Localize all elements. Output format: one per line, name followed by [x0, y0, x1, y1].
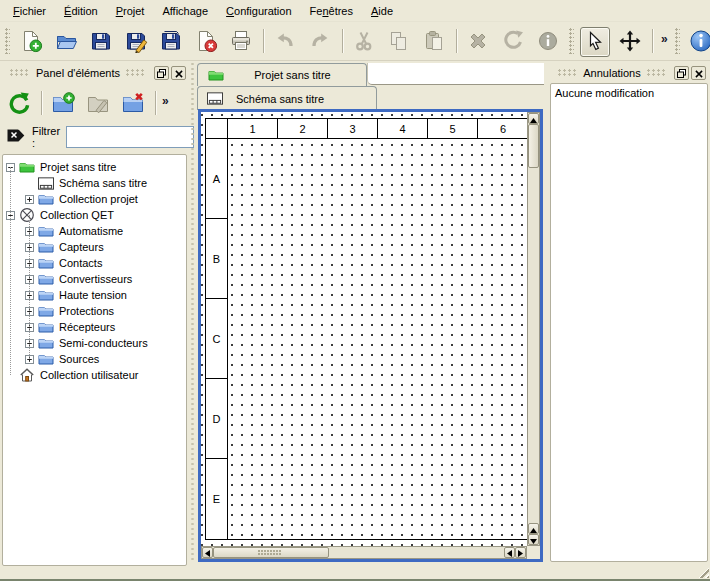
close-document-icon	[194, 29, 218, 56]
vertical-scrollbar[interactable]	[527, 112, 540, 546]
save-as-button[interactable]	[121, 27, 151, 57]
menu-fichier[interactable]: Fichier	[4, 1, 55, 21]
tree-item-automatisme[interactable]: Automatisme	[3, 223, 186, 239]
folder-icon	[38, 255, 54, 271]
reload-collections-button[interactable]	[4, 89, 34, 119]
move-arrows-icon	[618, 29, 642, 56]
tree-item-contacts[interactable]: Contacts	[3, 255, 186, 271]
paste-button[interactable]	[419, 27, 449, 57]
arrow-left-icon	[507, 545, 512, 560]
toolbar-handle[interactable]	[675, 28, 680, 54]
scroll-left-button[interactable]	[504, 547, 515, 558]
undo-history-list[interactable]: Aucune modification	[550, 83, 708, 562]
tree-item-label: Projet sans titre	[40, 161, 116, 173]
cut-button[interactable]	[349, 27, 379, 57]
horizontal-scrollbar[interactable]	[201, 546, 527, 559]
close-panel-button[interactable]	[171, 66, 186, 80]
folder-delete-icon	[121, 91, 145, 118]
panel-overflow-button[interactable]: »	[162, 95, 169, 107]
delete-button[interactable]	[463, 27, 493, 57]
tree-item-label: Collection QET	[40, 209, 114, 221]
scroll-right-button[interactable]	[515, 547, 526, 558]
tree-item-semi-conducteurs[interactable]: Semi-conducteurs	[3, 335, 186, 351]
elements-panel-titlebar: Panel d'éléments	[0, 62, 190, 84]
row-header-C: C	[206, 299, 228, 379]
new-project-button[interactable]	[16, 27, 46, 57]
clear-filter-button[interactable]	[6, 130, 26, 145]
tree-item-projet-sans-titre[interactable]: Projet sans titre	[3, 159, 186, 175]
rotate-button[interactable]	[498, 27, 528, 57]
schema-canvas[interactable]: 123456 ABCDE	[201, 112, 527, 546]
vertical-scrollbar-thumb[interactable]	[528, 124, 539, 168]
folder-icon	[38, 303, 54, 319]
open-button[interactable]	[51, 27, 81, 57]
toolbar-handle[interactable]	[569, 28, 574, 54]
tree-item-haute-tension[interactable]: Haute tension	[3, 287, 186, 303]
save-all-button[interactable]	[156, 27, 186, 57]
schema-icon	[207, 91, 223, 107]
menu-edition[interactable]: Édition	[55, 1, 107, 21]
tree-item-schema-sans-titre[interactable]: Schéma sans titre	[3, 175, 186, 191]
tab-schema-sans-titre[interactable]: Schéma sans titre	[197, 86, 377, 110]
tab-projet-sans-titre[interactable]: Projet sans titre	[197, 63, 367, 86]
undo-button[interactable]	[270, 27, 300, 57]
menu-affichage[interactable]: Affichage	[153, 1, 217, 21]
about-button[interactable]	[686, 27, 710, 57]
horizontal-scrollbar-thumb[interactable]	[213, 547, 329, 558]
undo-panel: Annulations Aucune modification	[548, 62, 710, 562]
tree-item-recepteurs[interactable]: Récepteurs	[3, 319, 186, 335]
redo-button[interactable]	[305, 27, 335, 57]
delete-category-button[interactable]	[118, 89, 148, 119]
dock-handle[interactable]	[126, 69, 146, 77]
scroll-left-button[interactable]	[202, 547, 213, 558]
copy-button[interactable]	[384, 27, 414, 57]
dock-handle[interactable]	[10, 69, 30, 77]
tree-item-convertisseurs[interactable]: Convertisseurs	[3, 271, 186, 287]
scroll-up-button[interactable]	[528, 113, 539, 124]
menu-fenetres[interactable]: Fenêtres	[301, 1, 362, 21]
print-button[interactable]	[226, 27, 256, 57]
save-icon	[89, 29, 113, 56]
tree-guide-line	[10, 167, 11, 375]
home-icon	[19, 367, 35, 383]
print-icon	[229, 29, 253, 56]
save-button[interactable]	[86, 27, 116, 57]
menu-configuration[interactable]: Configuration	[217, 1, 300, 21]
elements-panel: Panel d'éléments » Filtrer : Projet sans…	[0, 62, 190, 562]
close-panel-button[interactable]	[691, 66, 706, 80]
toolbar-separator	[263, 29, 264, 53]
filter-input[interactable]	[66, 126, 194, 148]
project-area: Projet sans titre Schéma sans titre 1234…	[195, 62, 545, 562]
tree-item-sources[interactable]: Sources	[3, 351, 186, 367]
tree-item-collection-utilisateur[interactable]: Collection utilisateur	[3, 367, 186, 383]
float-panel-button[interactable]	[674, 66, 689, 80]
tree-item-capteurs[interactable]: Capteurs	[3, 239, 186, 255]
pan-mode-button[interactable]	[615, 27, 645, 57]
project-folder-icon	[19, 159, 35, 175]
menu-aide[interactable]: Aide	[362, 1, 402, 21]
dock-handle[interactable]	[558, 69, 577, 77]
schema-view: 123456 ABCDE	[198, 109, 543, 562]
tree-item-collection-projet[interactable]: Collection projet	[3, 191, 186, 207]
float-panel-button[interactable]	[154, 66, 169, 80]
paste-icon	[422, 29, 446, 56]
schema-tab-bar: Schéma sans titre	[195, 86, 545, 110]
tree-item-protections[interactable]: Protections	[3, 303, 186, 319]
properties-button[interactable]	[533, 27, 563, 57]
toolbar-overflow-button[interactable]: »	[661, 33, 668, 45]
toolbar-handle[interactable]	[5, 28, 10, 54]
selection-mode-button[interactable]	[580, 27, 610, 57]
scrollbar-corner	[527, 546, 540, 559]
expander-plus-icon[interactable]	[25, 195, 34, 204]
reload-icon	[7, 91, 31, 118]
close-file-button[interactable]	[191, 27, 221, 57]
new-category-button[interactable]	[48, 89, 78, 119]
undo-icon	[273, 29, 297, 56]
edit-category-button[interactable]	[83, 89, 113, 119]
tree-item-collection-qet[interactable]: Collection QET	[3, 207, 186, 223]
info-gray-icon	[536, 29, 560, 56]
dock-handle[interactable]	[647, 69, 666, 77]
tree-item-label: Convertisseurs	[59, 273, 132, 285]
menu-projet[interactable]: Projet	[107, 1, 154, 21]
scroll-down-button[interactable]	[528, 534, 539, 545]
